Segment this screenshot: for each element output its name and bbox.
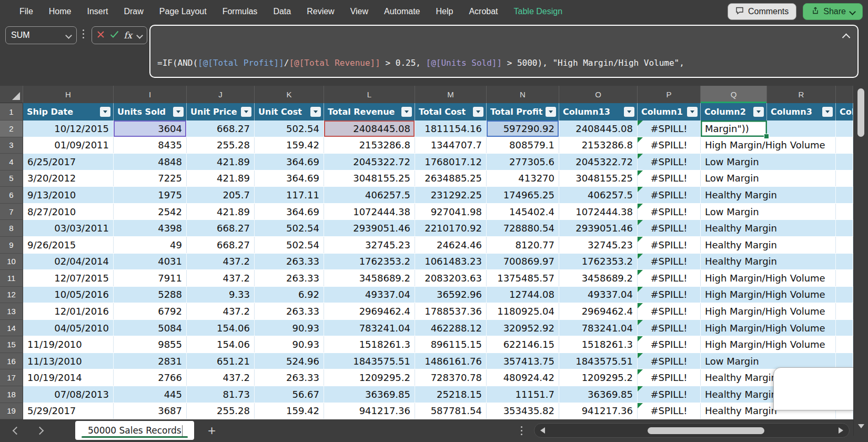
cell-J9[interactable]: 668.27 bbox=[187, 237, 255, 253]
cell-H9[interactable]: 9/26/2015 bbox=[23, 237, 114, 253]
cell-I13[interactable]: 6792 bbox=[114, 303, 187, 319]
table-header-ship-date[interactable]: Ship Date bbox=[23, 103, 114, 120]
cell-S8[interactable] bbox=[836, 220, 853, 236]
cell-N2[interactable]: 597290.92 bbox=[487, 120, 559, 137]
cell-J17[interactable]: 437.2 bbox=[187, 369, 255, 386]
menu-item-file[interactable]: File bbox=[12, 0, 41, 23]
cell-K11[interactable]: 263.33 bbox=[255, 270, 324, 286]
cell-K5[interactable]: 364.69 bbox=[255, 170, 324, 187]
cell-S3[interactable] bbox=[836, 137, 853, 154]
cell-I12[interactable]: 5288 bbox=[114, 287, 187, 303]
cell-O15[interactable]: 1518261.3 bbox=[559, 336, 638, 353]
cell-J7[interactable]: 421.89 bbox=[187, 204, 255, 220]
cell-L2[interactable]: 2408445.08 bbox=[324, 120, 415, 137]
cell-N8[interactable]: 728880.54 bbox=[487, 220, 559, 236]
comments-button[interactable]: Comments bbox=[728, 3, 796, 20]
cell-M17[interactable]: 728370.78 bbox=[415, 369, 487, 386]
menu-item-formulas[interactable]: Formulas bbox=[215, 0, 266, 23]
cell-I19[interactable]: 3687 bbox=[114, 403, 187, 419]
cell-K9[interactable]: 502.54 bbox=[255, 237, 324, 253]
row-header-6[interactable]: 6 bbox=[0, 187, 23, 204]
cell-R2[interactable] bbox=[767, 120, 836, 137]
row-header-8[interactable]: 8 bbox=[0, 220, 23, 237]
cell-Q6[interactable]: Healthy Margin bbox=[701, 187, 767, 203]
cell-L18[interactable]: 36369.85 bbox=[324, 386, 415, 403]
cell-M12[interactable]: 36592.96 bbox=[415, 287, 487, 303]
filter-button-unit-price[interactable] bbox=[241, 107, 251, 117]
horizontal-scrollbar-thumb[interactable] bbox=[648, 427, 764, 434]
cell-S10[interactable] bbox=[836, 254, 853, 270]
table-header-column2[interactable]: Column2 bbox=[701, 103, 767, 120]
cell-M8[interactable]: 2210170.92 bbox=[415, 220, 487, 236]
cell-N12[interactable]: 12744.08 bbox=[487, 287, 559, 303]
cell-K15[interactable]: 90.93 bbox=[255, 336, 324, 353]
column-header-N[interactable]: N bbox=[487, 86, 559, 103]
table-header-total-profit[interactable]: Total Profit bbox=[487, 103, 559, 120]
cell-J8[interactable]: 668.27 bbox=[187, 220, 255, 236]
cell-P10[interactable]: #SPILL! bbox=[638, 254, 701, 270]
table-header-unit-cost[interactable]: Unit Cost bbox=[255, 103, 324, 120]
column-header-H[interactable]: H bbox=[23, 86, 114, 103]
add-sheet-button[interactable]: + bbox=[201, 419, 222, 442]
cell-S4[interactable] bbox=[836, 154, 853, 170]
cell-Q17[interactable]: Healthy Margin bbox=[701, 369, 767, 386]
cell-N19[interactable]: 353435.82 bbox=[487, 403, 559, 419]
cell-P18[interactable]: #SPILL! bbox=[638, 386, 701, 403]
row-header-15[interactable]: 15 bbox=[0, 336, 23, 353]
cell-L7[interactable]: 1072444.38 bbox=[324, 204, 415, 220]
cell-H16[interactable]: 11/13/2010 bbox=[23, 353, 114, 369]
cell-M6[interactable]: 231292.25 bbox=[415, 187, 487, 203]
cell-Q14[interactable]: High Margin/High Volume bbox=[701, 320, 767, 336]
cell-L9[interactable]: 32745.23 bbox=[324, 237, 415, 253]
cell-S9[interactable] bbox=[836, 237, 853, 253]
cell-N15[interactable]: 622146.15 bbox=[487, 336, 559, 353]
cell-H17[interactable]: 10/19/2014 bbox=[23, 369, 114, 386]
cell-P19[interactable]: #SPILL! bbox=[638, 403, 701, 419]
cell-K10[interactable]: 263.33 bbox=[255, 254, 324, 270]
cell-Q9[interactable]: Healthy Margin bbox=[701, 237, 767, 253]
table-header-column1[interactable]: Column1 bbox=[638, 103, 701, 120]
cell-Q19[interactable]: Healthy Margin bbox=[701, 403, 767, 419]
cell-M16[interactable]: 1486161.76 bbox=[415, 353, 487, 369]
cell-L6[interactable]: 406257.5 bbox=[324, 187, 415, 203]
cell-N5[interactable]: 413270 bbox=[487, 170, 559, 187]
cell-H18[interactable]: 07/08/2013 bbox=[23, 386, 114, 403]
cell-I7[interactable]: 2542 bbox=[114, 204, 187, 220]
cell-O8[interactable]: 2939051.46 bbox=[559, 220, 638, 236]
cell-H6[interactable]: 9/13/2010 bbox=[23, 187, 114, 203]
cell-I6[interactable]: 1975 bbox=[114, 187, 187, 203]
menu-item-data[interactable]: Data bbox=[265, 0, 299, 23]
cell-P2[interactable]: #SPILL! bbox=[638, 120, 701, 137]
cell-Q16[interactable]: Low Margin bbox=[701, 353, 767, 369]
cell-O12[interactable]: 49337.04 bbox=[559, 287, 638, 303]
cell-O16[interactable]: 1843575.51 bbox=[559, 353, 638, 369]
cell-L15[interactable]: 1518261.3 bbox=[324, 336, 415, 353]
cell-Q15[interactable]: High Margin/High Volume bbox=[701, 336, 767, 353]
column-header-Q[interactable]: Q bbox=[701, 86, 767, 103]
column-header-K[interactable]: K bbox=[255, 86, 324, 103]
filter-button-column2[interactable] bbox=[753, 107, 764, 117]
cell-P8[interactable]: #SPILL! bbox=[638, 220, 701, 236]
row-header-11[interactable]: 11 bbox=[0, 270, 23, 287]
cell-I11[interactable]: 7911 bbox=[114, 270, 187, 286]
insert-function-button[interactable]: fx bbox=[124, 30, 132, 41]
filter-button-column1[interactable] bbox=[687, 107, 698, 117]
cell-L12[interactable]: 49337.04 bbox=[324, 287, 415, 303]
menu-item-table-design[interactable]: Table Design bbox=[506, 0, 571, 23]
cell-S13[interactable] bbox=[836, 303, 853, 319]
cell-J10[interactable]: 437.2 bbox=[187, 254, 255, 270]
filter-button-total-revenue[interactable] bbox=[401, 107, 412, 117]
cell-J14[interactable]: 154.06 bbox=[187, 320, 255, 336]
cell-H12[interactable]: 10/05/2016 bbox=[23, 287, 114, 303]
cell-L16[interactable]: 1843575.51 bbox=[324, 353, 415, 369]
cell-Q5[interactable]: Low Margin bbox=[701, 170, 767, 187]
name-box[interactable]: SUM bbox=[5, 26, 77, 44]
cell-J13[interactable]: 437.2 bbox=[187, 303, 255, 319]
cell-O19[interactable]: 941217.36 bbox=[559, 403, 638, 419]
cell-M13[interactable]: 1788537.36 bbox=[415, 303, 487, 319]
filter-button-column3[interactable] bbox=[822, 107, 833, 117]
row-header-3[interactable]: 3 bbox=[0, 137, 23, 154]
cell-N4[interactable]: 277305.6 bbox=[487, 154, 559, 170]
row-header-10[interactable]: 10 bbox=[0, 254, 23, 270]
select-all-corner[interactable] bbox=[0, 86, 23, 103]
